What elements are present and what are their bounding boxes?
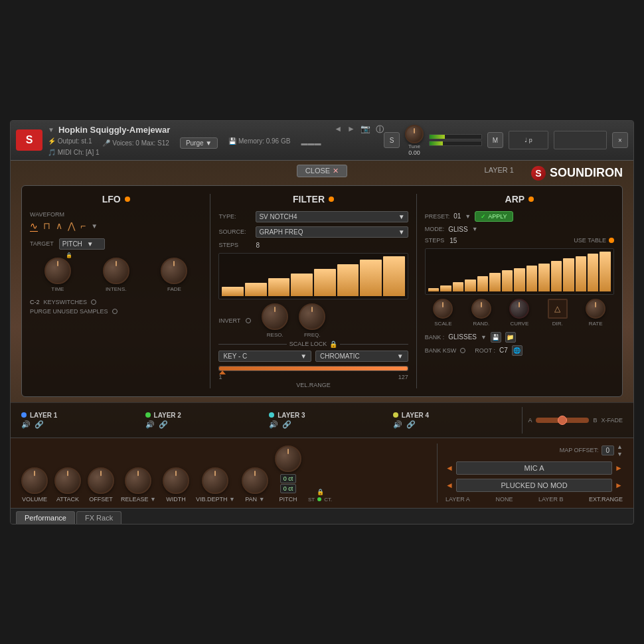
arp-bar-1[interactable] [428, 288, 439, 291]
wave-sine[interactable]: ∿ [30, 220, 38, 232]
rand-knob[interactable] [471, 299, 491, 319]
tab-performance[interactable]: Performance [16, 511, 75, 524]
plucked-left[interactable]: ◄ [445, 481, 453, 490]
bank-ksw-indicator[interactable] [460, 348, 465, 353]
camera-icon[interactable]: 📷 [361, 124, 370, 135]
fade-knob[interactable] [161, 258, 187, 284]
preset-dropdown[interactable]: ▼ [465, 213, 471, 220]
arp-bar-12[interactable] [563, 258, 574, 291]
arp-bar-3[interactable] [453, 282, 463, 291]
m-button[interactable]: M [487, 132, 503, 148]
st-indicator[interactable] [317, 497, 321, 501]
bottom-lock-icon[interactable]: 🔒 [308, 489, 332, 495]
lfo-status-dot[interactable] [125, 197, 130, 202]
layer1-chain-icon[interactable]: 🔗 [35, 420, 44, 429]
filter-bar-6[interactable] [337, 264, 359, 295]
wave-triangle[interactable]: ∧ [56, 220, 62, 231]
xfade-slider[interactable] [536, 418, 589, 423]
intens-knob[interactable] [103, 258, 129, 284]
layer2-audio-icon[interactable]: 🔊 [145, 420, 155, 429]
volume-knob[interactable] [21, 467, 48, 494]
map-offset-down[interactable]: ▼ [617, 451, 623, 457]
curve-knob[interactable] [509, 299, 529, 319]
layer4-audio-icon[interactable]: 🔊 [393, 420, 402, 429]
pan-knob[interactable] [242, 467, 268, 494]
filter-bar-1[interactable] [222, 287, 244, 295]
layer1-audio-icon[interactable]: 🔊 [21, 420, 31, 429]
arp-bar-9[interactable] [526, 266, 537, 291]
filter-type-select[interactable]: SV NOTCH4 ▼ [256, 211, 408, 222]
layer3-audio-icon[interactable]: 🔊 [269, 420, 278, 429]
mic-a-left[interactable]: ◄ [445, 463, 453, 473]
info-icon[interactable]: ⓘ [376, 124, 384, 135]
arp-bar-6[interactable] [489, 273, 500, 291]
width-knob[interactable] [163, 467, 189, 494]
offset-knob[interactable] [88, 467, 114, 494]
filter-source-select[interactable]: GRAPH FREQ ▼ [256, 226, 408, 238]
release-knob[interactable] [125, 467, 151, 494]
pitch-knob[interactable] [275, 445, 301, 472]
layer3-chain-icon[interactable]: 🔗 [282, 420, 291, 429]
vel-range-handle[interactable] [219, 370, 226, 374]
filter-bar-2[interactable] [245, 283, 267, 295]
time-lock-icon[interactable]: 🔒 [66, 252, 72, 258]
arp-bar-8[interactable] [514, 268, 524, 291]
filter-bar-3[interactable] [268, 278, 290, 295]
close-button[interactable]: CLOSE ✕ [297, 165, 347, 177]
use-table-dot[interactable] [609, 238, 614, 243]
wave-sawtooth[interactable]: ⋀ [68, 220, 75, 231]
filter-status-dot[interactable] [329, 197, 334, 202]
arp-bar-5[interactable] [477, 276, 488, 291]
arp-bar-4[interactable] [465, 280, 475, 291]
s-button[interactable]: S [384, 132, 400, 148]
plucked-right[interactable]: ► [615, 481, 623, 490]
arp-bar-14[interactable] [588, 254, 598, 291]
invert-indicator[interactable] [246, 318, 251, 323]
arp-bar-11[interactable] [551, 261, 562, 291]
arp-bar-10[interactable] [538, 264, 549, 291]
vib-depth-knob[interactable] [202, 467, 228, 494]
keyswitches-indicator[interactable] [91, 299, 96, 305]
arp-status-dot[interactable] [528, 197, 534, 202]
reso-knob[interactable] [262, 303, 288, 330]
mode-dropdown[interactable]: ▼ [472, 226, 478, 232]
time-knob[interactable] [44, 258, 71, 284]
dir-control[interactable]: △ [548, 299, 568, 319]
target-select[interactable]: PITCH ▼ [59, 238, 105, 250]
nav-left[interactable]: ◄ [334, 124, 342, 135]
bank-folder-icon[interactable]: 📁 [505, 332, 516, 343]
purge-indicator[interactable] [112, 309, 118, 314]
arp-bar-13[interactable] [576, 256, 586, 291]
filter-bar-7[interactable] [360, 260, 382, 296]
chromatic-select[interactable]: CHROMATIC ▼ [315, 351, 408, 362]
wave-square[interactable]: ⊓ [43, 220, 50, 231]
purge-button[interactable]: Purge ▼ [180, 137, 218, 149]
root-icon[interactable]: 🌐 [512, 345, 523, 356]
filter-bar-4[interactable] [291, 274, 313, 296]
filter-bar-5[interactable] [314, 269, 336, 296]
attack-knob[interactable] [54, 467, 81, 494]
apply-button[interactable]: APPLY [475, 211, 513, 222]
nav-right[interactable]: ► [347, 124, 355, 135]
bank-save-icon[interactable]: 💾 [491, 332, 501, 343]
wave-pulse[interactable]: ⌐ [80, 220, 86, 231]
close-x-button[interactable]: × [612, 132, 628, 148]
filter-bar-8[interactable] [383, 256, 405, 296]
tune-knob[interactable] [405, 125, 424, 143]
rate-knob[interactable] [586, 299, 605, 319]
wave-dropdown[interactable]: ▼ [91, 222, 98, 230]
arp-bar-2[interactable] [440, 285, 451, 291]
tab-fx-rack[interactable]: FX Rack [76, 511, 121, 524]
layer2-chain-icon[interactable]: 🔗 [159, 420, 168, 429]
mic-a-right[interactable]: ► [615, 463, 623, 473]
scale-lock-icon[interactable]: 🔒 [329, 341, 337, 348]
bank-dropdown[interactable]: ▼ [481, 334, 487, 341]
freq-knob[interactable] [299, 303, 325, 330]
map-offset-up[interactable]: ▲ [617, 443, 623, 450]
layer4-chain-icon[interactable]: 🔗 [406, 420, 416, 429]
scale-knob[interactable] [433, 299, 453, 319]
arp-bar-15[interactable] [600, 252, 610, 291]
arp-bar-7[interactable] [502, 270, 513, 291]
logo-icon[interactable]: S [16, 129, 42, 151]
key-select[interactable]: KEY - C ▼ [218, 351, 311, 362]
